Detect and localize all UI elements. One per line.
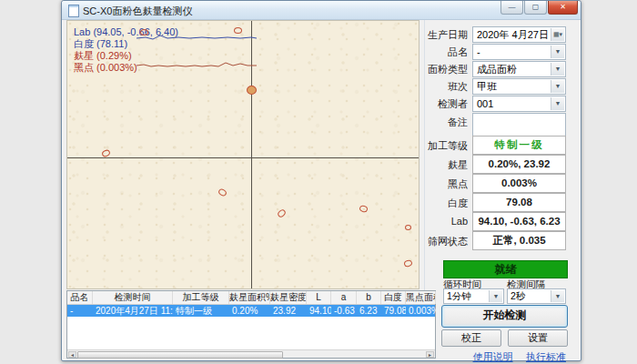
- title-bar[interactable]: SC-X0面粉色麸量检测仪 — ▢ ✕: [62, 1, 581, 20]
- col-header-grade[interactable]: 加工等级: [173, 291, 229, 304]
- notes-field[interactable]: [472, 113, 566, 136]
- speck-marker: [277, 208, 287, 218]
- result-label-whiteness: 白度: [424, 197, 468, 210]
- minimize-button[interactable]: —: [500, 1, 523, 15]
- cell-black-area: 0.003%: [406, 305, 436, 317]
- result-label-lab: Lab: [424, 216, 468, 227]
- app-icon: [68, 5, 79, 17]
- cell-product-name: -: [67, 305, 93, 317]
- table-row[interactable]: - 2020年4月27日 11:10 特制一级 0.20% 23.92 94.1…: [67, 305, 435, 317]
- chevron-down-icon[interactable]: ▼: [551, 290, 564, 302]
- field-label-notes: 备注: [424, 116, 468, 129]
- chevron-down-icon[interactable]: ▼: [551, 97, 564, 110]
- settings-button[interactable]: 设置: [508, 329, 568, 347]
- col-header-black-area[interactable]: 黑点面积%: [406, 291, 436, 304]
- cell-bran-area: 0.20%: [229, 305, 270, 317]
- close-icon: ✕: [560, 3, 566, 11]
- window-title: SC-X0面粉色麸量检测仪: [83, 5, 192, 18]
- speck-marker: [403, 259, 413, 268]
- calibrate-button[interactable]: 校正: [441, 329, 501, 347]
- horizontal-scrollbar[interactable]: ◄ ►: [67, 349, 435, 358]
- whiteness-value: 79.08: [472, 193, 566, 212]
- status-badge: 就绪: [443, 260, 568, 278]
- standard-link[interactable]: 执行标准: [526, 351, 566, 362]
- interval-combobox[interactable]: 2秒 ▼: [507, 288, 566, 304]
- shift-combobox[interactable]: 甲班 ▼: [472, 78, 566, 95]
- chevron-down-icon[interactable]: ▼: [551, 46, 564, 58]
- shift-value: 甲班: [477, 79, 551, 94]
- bran-value: 0.20%, 23.92: [472, 155, 566, 174]
- footer-links: 使用说明 执行标准: [441, 348, 566, 364]
- manual-link[interactable]: 使用说明: [473, 351, 513, 362]
- col-header-a[interactable]: a: [331, 291, 357, 304]
- col-header-product-name[interactable]: 品名: [67, 291, 93, 304]
- col-header-L[interactable]: L: [307, 291, 331, 304]
- cell-L: 94.10: [307, 305, 331, 317]
- production-date-field[interactable]: 2020年 4月27日 ▦▾: [472, 26, 566, 43]
- col-header-whiteness[interactable]: 白度: [381, 291, 406, 304]
- app-window: SC-X0面粉色麸量检测仪 — ▢ ✕ Lab (94.05, -0.66, 6…: [61, 0, 581, 361]
- black-value: 0.003%: [472, 174, 566, 193]
- start-detection-button[interactable]: 开始检测: [441, 305, 568, 328]
- production-date-value: 2020年 4月27日: [477, 27, 551, 42]
- cell-test-time: 2020年4月27日 11:10: [93, 305, 173, 317]
- col-header-test-time[interactable]: 检测时间: [93, 291, 173, 304]
- speck-marker: [140, 29, 148, 35]
- scroll-left-icon[interactable]: ◄: [68, 351, 76, 358]
- speck-marker: [359, 205, 369, 213]
- field-label-shift: 班次: [424, 80, 468, 94]
- sample-image: Lab (94.05, -0.66, 6.40) 白度 (78.11) 麸星 (…: [66, 20, 420, 289]
- close-button[interactable]: ✕: [548, 1, 578, 15]
- field-label-inspector: 检测者: [424, 97, 468, 111]
- product-name-value: -: [477, 45, 551, 59]
- speck-marker: [405, 225, 411, 230]
- result-label-black: 黑点: [424, 177, 468, 191]
- inspector-combobox[interactable]: 001 ▼: [472, 96, 566, 112]
- lab-value: 94.10, -0.63, 6.23: [472, 212, 566, 231]
- minimize-icon: —: [509, 3, 516, 11]
- chevron-down-icon[interactable]: ▼: [551, 80, 564, 93]
- maximize-button[interactable]: ▢: [524, 1, 547, 15]
- history-table: 品名 检测时间 加工等级 麸星面积% 麸星密度 L a b 白度 黑点面积% -…: [66, 290, 436, 359]
- flour-type-value: 成品面粉: [477, 62, 551, 76]
- product-name-combobox[interactable]: - ▼: [472, 44, 566, 60]
- col-header-b[interactable]: b: [357, 291, 381, 304]
- result-label-grade: 加工等级: [424, 139, 468, 153]
- field-label-production-date: 生产日期: [424, 28, 468, 42]
- interval-value: 2秒: [511, 289, 551, 303]
- inspector-value: 001: [477, 96, 551, 111]
- crosshair-horizontal: [67, 157, 419, 158]
- scroll-right-icon[interactable]: ►: [426, 351, 434, 358]
- flour-type-combobox[interactable]: 成品面粉 ▼: [472, 61, 566, 77]
- cell-a: -0.63: [331, 305, 357, 317]
- cycle-time-value: 1分钟: [447, 289, 490, 303]
- calendar-icon[interactable]: ▦▾: [551, 28, 564, 41]
- cell-bran-density: 23.92: [270, 305, 307, 317]
- speck-marker: [217, 187, 228, 197]
- field-label-product-name: 品名: [424, 46, 468, 59]
- scrollbar-thumb[interactable]: [77, 351, 283, 359]
- speck-marker: [247, 86, 257, 95]
- chevron-down-icon[interactable]: ▼: [551, 63, 564, 76]
- chevron-down-icon[interactable]: ▼: [489, 290, 502, 302]
- field-label-flour-type: 面粉类型: [424, 63, 468, 76]
- result-label-bran: 麸星: [424, 158, 468, 172]
- table-header-row: 品名 检测时间 加工等级 麸星面积% 麸星密度 L a b 白度 黑点面积%: [67, 291, 435, 305]
- col-header-bran-area[interactable]: 麸星面积%: [229, 291, 270, 304]
- result-label-sieve: 筛网状态: [424, 235, 468, 248]
- cell-whiteness: 79.08: [381, 305, 406, 317]
- trend-sparkline: [136, 28, 257, 79]
- cell-b: 6.23: [357, 305, 381, 317]
- col-header-bran-density[interactable]: 麸星密度: [270, 291, 307, 304]
- grade-value: 特制一级: [472, 136, 566, 155]
- speck-marker: [234, 27, 242, 34]
- cycle-time-combobox[interactable]: 1分钟 ▼: [443, 288, 504, 304]
- maximize-icon: ▢: [532, 3, 540, 11]
- sieve-status-value: 正常, 0.035: [472, 231, 566, 250]
- cell-grade: 特制一级: [173, 305, 229, 317]
